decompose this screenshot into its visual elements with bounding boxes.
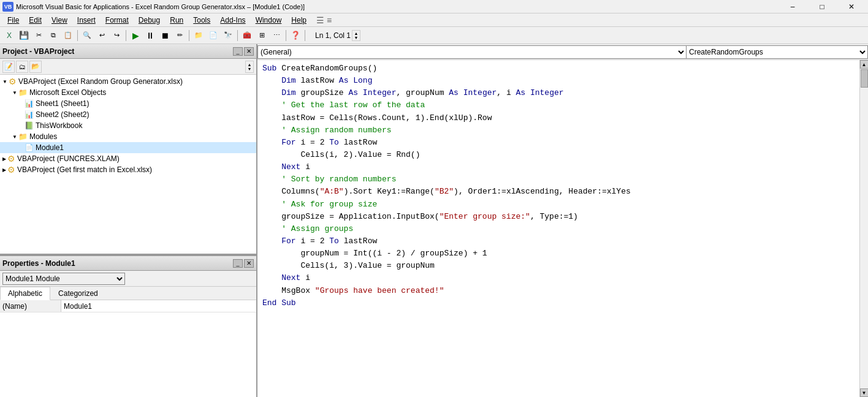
vba-icon: ⚙	[9, 77, 17, 86]
tree-item-modules[interactable]: ▼ 📁 Modules	[0, 131, 256, 142]
properties-panel-title: Properties - Module1	[2, 259, 75, 268]
props-name-value: Module1	[61, 300, 256, 312]
props-close-btn[interactable]: ✕	[244, 259, 254, 268]
minimize-button[interactable]: –	[779, 1, 807, 13]
panel-header-controls: _ ✕	[233, 47, 254, 56]
scroll-thumb[interactable]	[861, 69, 868, 88]
project-minimize-btn[interactable]: _	[233, 47, 243, 56]
main-layout: Project - VBAProject _ ✕ 📝 🗂 📂 ▲ ▼	[0, 44, 868, 397]
menu-debug[interactable]: Debug	[134, 15, 165, 26]
menu-format[interactable]: Format	[101, 15, 134, 26]
menu-window[interactable]: Window	[251, 15, 287, 26]
toolbar-toolbox-btn[interactable]: 🧰	[240, 29, 254, 42]
app-icon: VB	[2, 2, 13, 12]
tree-item-sheet2[interactable]: 📊 Sheet2 (Sheet2)	[0, 109, 256, 120]
props-tabs: Alphabetic Categorized	[0, 287, 256, 300]
left-panel: Project - VBAProject _ ✕ 📝 🗂 📂 ▲ ▼	[0, 44, 257, 397]
modules-folder-icon: 📁	[18, 132, 28, 141]
workbook-icon: 📗	[25, 121, 34, 130]
toolbar-sep-4	[237, 30, 238, 41]
window-controls: – □ ✕	[779, 1, 866, 13]
scroll-up-btn[interactable]: ▲	[860, 60, 869, 69]
project-toolbar-scroll[interactable]: ▲ ▼	[245, 61, 254, 73]
properties-panel: Properties - Module1 _ ✕ Module1 Module …	[0, 256, 256, 397]
project-close-btn[interactable]: ✕	[244, 47, 254, 56]
toolbar-run-btn[interactable]: ▶	[129, 29, 142, 42]
props-name-label: (Name)	[0, 300, 61, 312]
properties-panel-header: Properties - Module1 _ ✕	[0, 256, 256, 271]
vba-icon-getfirst: ⚙	[7, 165, 15, 175]
toolbar-project-btn[interactable]: 📁	[192, 29, 205, 42]
tree-item-getfirst[interactable]: ▶ ⚙ VBAProject (Get first match in Excel…	[0, 164, 256, 175]
tree-item-module1[interactable]: 📄 Module1	[0, 142, 256, 153]
toolbar-excel-icon[interactable]: X	[2, 29, 16, 42]
menu-edit[interactable]: Edit	[24, 15, 47, 26]
menu-addins[interactable]: Add-Ins	[215, 15, 250, 26]
menu-view[interactable]: View	[47, 15, 72, 26]
project-panel: Project - VBAProject _ ✕ 📝 🗂 📂 ▲ ▼	[0, 44, 256, 254]
right-panel: (General) CreateRandomGroups Sub CreateR…	[257, 44, 868, 397]
toolbar-find-btn[interactable]: 🔍	[80, 29, 94, 42]
menu-bar: File Edit View Insert Format Debug Run T…	[0, 13, 868, 27]
props-header-controls: _ ✕	[233, 259, 254, 268]
code-area: Sub CreateRandomGroups() Dim lastRow As …	[257, 60, 868, 397]
toolbar-status: Ln 1, Col 1	[315, 31, 351, 40]
tree-item-excel-objects[interactable]: ▼ 📁 Microsoft Excel Objects	[0, 87, 256, 98]
tree-item-vbaproject-main[interactable]: ▼ ⚙ VBAProject (Excel Random Group Gener…	[0, 76, 256, 87]
tree-item-sheet1[interactable]: 📊 Sheet1 (Sheet1)	[0, 98, 256, 109]
toolbar-help-btn[interactable]: ❓	[289, 29, 302, 42]
props-module-select[interactable]: Module1 Module	[2, 273, 125, 285]
scroll-down-btn[interactable]: ▼	[860, 388, 869, 397]
toolbar-sep-2	[126, 30, 126, 41]
toolbar-paste-btn[interactable]: 📋	[61, 29, 75, 42]
editor-toolbar: (General) CreateRandomGroups	[257, 44, 868, 60]
menu-run[interactable]: Run	[165, 15, 188, 26]
code-content[interactable]: Sub CreateRandomGroups() Dim lastRow As …	[257, 60, 859, 397]
menu-tools[interactable]: Tools	[188, 15, 215, 26]
project-tree[interactable]: ▼ ⚙ VBAProject (Excel Random Group Gener…	[0, 75, 256, 254]
menu-insert[interactable]: Insert	[72, 15, 101, 26]
scroll-track[interactable]	[860, 69, 869, 388]
toolbar-more-btn[interactable]: ⋯	[270, 29, 283, 42]
toolbar-cut-btn[interactable]: ✂	[32, 29, 45, 42]
toolbar-sep-3	[189, 30, 189, 41]
props-row-name: (Name) Module1	[0, 300, 256, 312]
tab-categorized[interactable]: Categorized	[50, 287, 106, 300]
close-button[interactable]: ✕	[837, 1, 866, 13]
project-panel-title: Project - VBAProject	[2, 47, 74, 56]
menu-help[interactable]: Help	[286, 15, 311, 26]
proj-view-code-btn[interactable]: 📝	[2, 61, 15, 73]
editor-select-proc[interactable]: CreateRandomGroups	[687, 45, 868, 59]
toolbar-properties-btn[interactable]: 📄	[207, 29, 220, 42]
toolbar-copy-btn[interactable]: ⧉	[47, 29, 60, 42]
toolbar-tab-btn[interactable]: ⊞	[255, 29, 268, 42]
module-icon: 📄	[25, 143, 34, 152]
menu-file[interactable]: File	[2, 15, 24, 26]
maximize-button[interactable]: □	[808, 1, 836, 13]
tab-alphabetic[interactable]: Alphabetic	[0, 287, 50, 300]
toolbar-reset-btn[interactable]: ⏹	[158, 29, 172, 42]
toolbar-save-btn[interactable]: 💾	[17, 29, 31, 42]
sheet-icon-1: 📊	[25, 99, 34, 108]
title-bar: VB Microsoft Visual Basic for Applicatio…	[0, 0, 868, 13]
proj-folder-btn[interactable]: 📂	[29, 61, 42, 73]
toolbar-objbrowser-btn[interactable]: 🔭	[221, 29, 235, 42]
tree-item-funcres[interactable]: ▶ ⚙ VBAProject (FUNCRES.XLAM)	[0, 153, 256, 164]
menu-icon-2: ≡	[327, 15, 332, 25]
toolbar-sep-5	[286, 30, 286, 41]
vba-icon-funcres: ⚙	[7, 154, 15, 164]
toolbar-scroll[interactable]: ▲ ▼	[352, 30, 360, 41]
toolbar-break-btn[interactable]: ⏸	[143, 29, 157, 42]
toolbar-redo-btn[interactable]: ↪	[110, 29, 123, 42]
proj-view-obj-btn[interactable]: 🗂	[16, 61, 28, 73]
tree-item-thisworkbook[interactable]: 📗 ThisWorkbook	[0, 120, 256, 131]
props-minimize-btn[interactable]: _	[233, 259, 243, 268]
sheet-icon-2: 📊	[25, 110, 34, 119]
editor-select-general[interactable]: (General)	[257, 45, 687, 59]
project-panel-header: Project - VBAProject _ ✕	[0, 44, 256, 59]
toolbar-undo-btn[interactable]: ↩	[95, 29, 108, 42]
project-toolbar: 📝 🗂 📂 ▲ ▼	[0, 59, 256, 75]
editor-scrollbar[interactable]: ▲ ▼	[859, 60, 868, 397]
props-toolbar: Module1 Module	[0, 271, 256, 287]
toolbar-design-btn[interactable]: ✏	[173, 29, 186, 42]
